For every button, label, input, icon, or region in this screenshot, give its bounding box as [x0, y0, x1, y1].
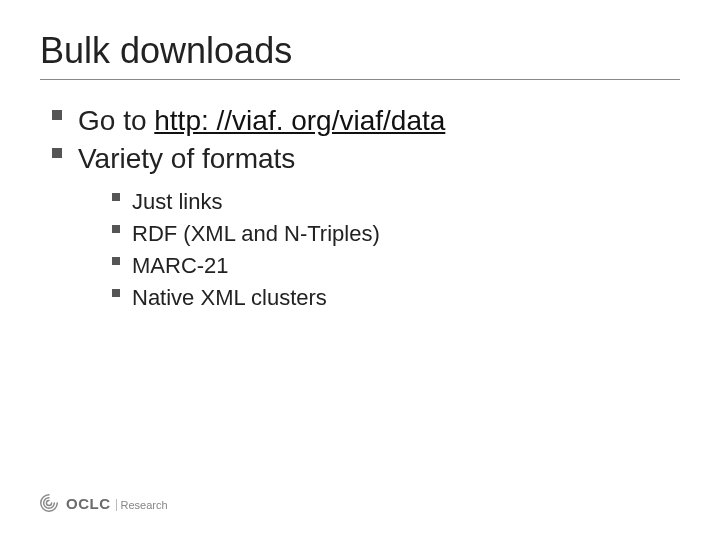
square-bullet-icon: [112, 193, 120, 201]
sub-bullet-text: RDF (XML and N-Triples): [132, 221, 380, 246]
sub-bullet-item: RDF (XML and N-Triples): [112, 218, 680, 250]
square-bullet-icon: [112, 257, 120, 265]
square-bullet-icon: [112, 225, 120, 233]
square-bullet-icon: [112, 289, 120, 297]
bullet-list: Go to http: //viaf. org/viaf/data Variet…: [40, 102, 680, 313]
sub-bullet-text: Just links: [132, 189, 222, 214]
bullet-item-formats: Variety of formats Just links RDF (XML a…: [52, 140, 680, 313]
sub-bullet-item: Just links: [112, 186, 680, 218]
viaf-data-link[interactable]: http: //viaf. org/viaf/data: [154, 105, 445, 136]
square-bullet-icon: [52, 148, 62, 158]
sub-bullet-text: MARC-21: [132, 253, 229, 278]
square-bullet-icon: [52, 110, 62, 120]
oclc-spiral-icon: [38, 492, 60, 514]
footer-unit: Research: [116, 499, 168, 511]
footer-text: OCLC Research: [66, 495, 168, 512]
sub-bullet-text: Native XML clusters: [132, 285, 327, 310]
sub-bullet-list: Just links RDF (XML and N-Triples) MARC-…: [78, 186, 680, 314]
sub-bullet-item: MARC-21: [112, 250, 680, 282]
slide: Bulk downloads Go to http: //viaf. org/v…: [0, 0, 720, 540]
bullet-text-prefix: Go to: [78, 105, 154, 136]
bullet-item-goto: Go to http: //viaf. org/viaf/data: [52, 102, 680, 140]
footer-org: OCLC: [66, 495, 111, 512]
bullet-text: Variety of formats: [78, 143, 295, 174]
footer-logo: OCLC Research: [38, 492, 168, 514]
slide-title: Bulk downloads: [40, 30, 680, 80]
sub-bullet-item: Native XML clusters: [112, 282, 680, 314]
